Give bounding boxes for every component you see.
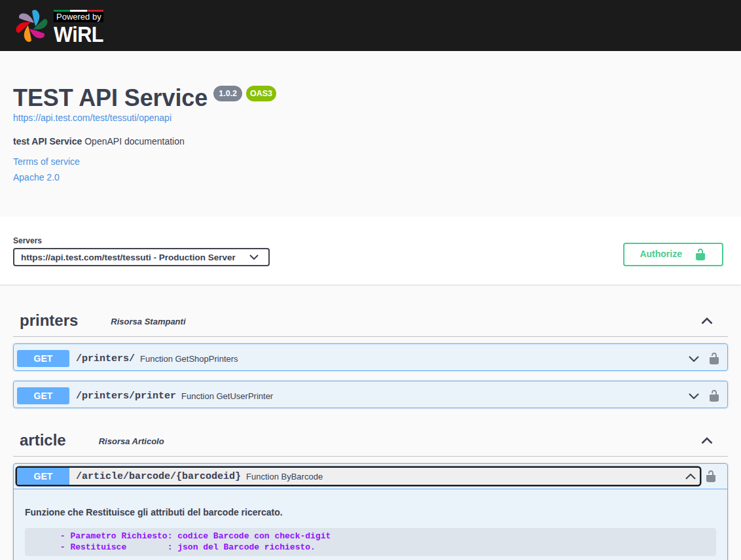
op-path: /printers/ bbox=[76, 353, 135, 364]
api-description-bold: test API Service bbox=[13, 136, 82, 147]
opblock-summary-get-printers-printer[interactable]: GET /printers/printer Function GetUserPr… bbox=[17, 387, 700, 404]
license-link[interactable]: Apache 2.0 bbox=[13, 172, 728, 183]
op-path: /article/barcode/{barcodeid} bbox=[76, 471, 241, 482]
terms-of-service-link[interactable]: Terms of service bbox=[13, 156, 728, 167]
expand-chevron-down-icon bbox=[689, 356, 699, 362]
scheme-container: Servers https://api.test.com/test/tessut… bbox=[0, 217, 741, 285]
servers-block: Servers https://api.test.com/test/tessut… bbox=[13, 236, 270, 266]
tag-header-printers[interactable]: printers Risorsa Stampanti bbox=[13, 305, 728, 337]
auth-lock-button[interactable] bbox=[708, 389, 721, 402]
op-summary-description: Function ByBarcode bbox=[246, 472, 685, 481]
opblock-get-article-barcode: GET /article/barcode/{barcodeid} Functio… bbox=[13, 463, 728, 560]
topbar: Powered by WiRL bbox=[0, 0, 741, 51]
tag-description: Risorsa Stampanti bbox=[111, 317, 185, 326]
op-summary-description: Function GetUserPrinter bbox=[181, 391, 689, 401]
tag-name: article bbox=[20, 431, 66, 449]
tag-section-printers: printers Risorsa Stampanti GET /printers… bbox=[13, 305, 728, 408]
tag-header-article[interactable]: article Risorsa Articolo bbox=[13, 425, 728, 457]
method-badge: GET bbox=[17, 350, 69, 367]
auth-lock-button[interactable] bbox=[704, 470, 717, 483]
opblock-get-printers-printer: GET /printers/printer Function GetUserPr… bbox=[13, 381, 728, 408]
select-chevron-down-icon bbox=[249, 254, 259, 260]
page-title: TEST API Service1.0.2OAS3 bbox=[13, 85, 728, 111]
method-badge: GET bbox=[17, 387, 69, 404]
opblock-summary-get-article-barcode[interactable]: GET /article/barcode/{barcodeid} Functio… bbox=[17, 468, 700, 485]
authorize-label: Authorize bbox=[640, 249, 682, 259]
opblock-get-printers: GET /printers/ Function GetShopPrinters bbox=[13, 343, 728, 371]
opblock-summary-get-printers[interactable]: GET /printers/ Function GetShopPrinters bbox=[17, 350, 700, 367]
server-select[interactable]: https://api.test.com/test/tessuti - Prod… bbox=[13, 248, 270, 266]
wirl-pinwheel-icon bbox=[14, 8, 50, 44]
api-description: test API Service OpenAPI documentation bbox=[13, 136, 728, 147]
tag-description: Risorsa Articolo bbox=[99, 436, 164, 446]
op-path: /printers/printer bbox=[76, 391, 176, 402]
server-select-value: https://api.test.com/test/tessuti - Prod… bbox=[14, 253, 236, 262]
op-summary-description: Function GetShopPrinters bbox=[140, 354, 689, 364]
wirl-logo-link[interactable]: Powered by WiRL bbox=[13, 8, 109, 44]
collapse-chevron-up-icon[interactable] bbox=[701, 437, 713, 444]
operation-description: Funzione che Restituisce gli attributi d… bbox=[25, 507, 716, 517]
servers-label: Servers bbox=[13, 236, 270, 245]
expand-chevron-down-icon bbox=[689, 393, 699, 399]
powered-by-badge: Powered by bbox=[54, 10, 103, 22]
authorize-button[interactable]: Authorize bbox=[623, 243, 723, 266]
title-text: TEST API Service bbox=[13, 84, 208, 111]
powered-by-label: Powered by bbox=[54, 12, 103, 22]
operation-code-block: - Parametro Richiesto: codice Barcode co… bbox=[25, 528, 716, 556]
auth-lock-button[interactable] bbox=[708, 352, 721, 365]
version-badge: 1.0.2 bbox=[213, 86, 242, 101]
brand-name: WiRL bbox=[54, 26, 103, 43]
tag-section-article: article Risorsa Articolo GET /article/ba… bbox=[13, 425, 728, 560]
unlocked-padlock-icon bbox=[708, 352, 721, 365]
tag-name: printers bbox=[20, 311, 78, 330]
unlocked-padlock-icon bbox=[708, 389, 721, 402]
api-description-text: OpenAPI documentation bbox=[82, 136, 184, 147]
collapse-chevron-up-icon[interactable] bbox=[701, 317, 713, 324]
collapse-chevron-up-icon bbox=[685, 474, 696, 480]
method-badge: GET bbox=[17, 468, 69, 485]
unlocked-padlock-icon bbox=[694, 248, 707, 261]
unlocked-padlock-icon bbox=[704, 470, 717, 483]
information-section: TEST API Service1.0.2OAS3 https://api.te… bbox=[0, 51, 741, 183]
spec-url-link[interactable]: https://api.test.com/test/tessuti/openap… bbox=[13, 113, 172, 123]
oas3-badge: OAS3 bbox=[246, 86, 276, 101]
